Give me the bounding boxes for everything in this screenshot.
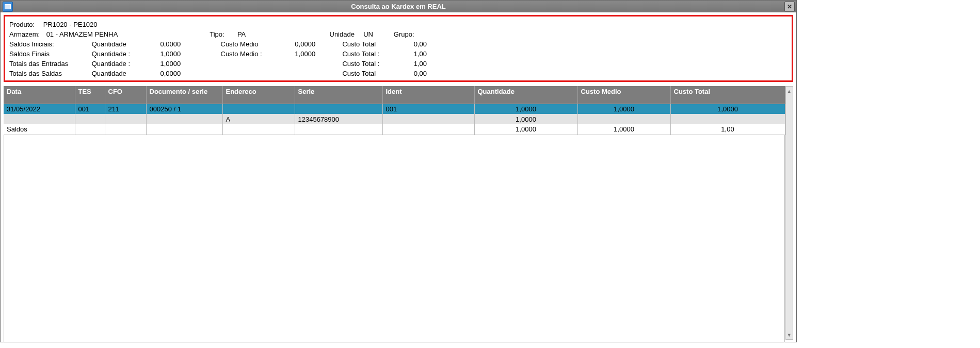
col-header-cm[interactable]: Custo Medio [577, 86, 670, 104]
cell-doc [146, 124, 222, 135]
summary-row-produto: Produto: PR1020 - PE1020 [9, 20, 788, 29]
col-header-tes[interactable]: TES [75, 86, 105, 104]
entradas-ct-label: Custo Total : [342, 59, 396, 69]
tipo-value: PA [237, 29, 328, 39]
saidas-label: Totais das Saidas [9, 69, 90, 78]
cell-tes [75, 124, 105, 135]
cell-tes: 001 [75, 104, 105, 114]
finais-label: Saldos Finais [9, 49, 90, 59]
table-row[interactable]: 31/05/2022001211000250 / 10011,00001,000… [4, 104, 785, 114]
finais-qtd: 1,0000 [144, 49, 181, 59]
iniciais-label: Saldos Iniciais: [9, 39, 90, 49]
summary-row-entradas: Totais das Entradas Quantidade : 1,0000 … [9, 59, 788, 69]
vertical-scrollbar[interactable]: ▲ ▼ [785, 86, 794, 340]
cell-tes [75, 114, 105, 124]
cell-end [222, 124, 295, 135]
titlebar[interactable]: Consulta ao Kardex em REAL ✕ [1, 1, 796, 12]
finais-qtd-label: Quantidade : [92, 49, 143, 59]
window-title: Consulta ao Kardex em REAL [351, 3, 446, 10]
col-header-cfo[interactable]: CFO [105, 86, 146, 104]
kardex-grid[interactable]: Data TES CFO Documento / serie Endereco … [4, 86, 785, 135]
table-row[interactable]: A123456789001,0000 [4, 114, 785, 124]
cell-qtd: 1,0000 [474, 114, 577, 124]
col-header-data[interactable]: Data [4, 86, 75, 104]
armazem-value: 01 - ARMAZEM PENHA [46, 29, 208, 39]
iniciais-ct-label: Custo Total [342, 39, 396, 49]
cell-ct: 1,00 [670, 124, 785, 135]
entradas-qtd-label: Quantidade : [92, 59, 143, 69]
cell-serie: 12345678900 [295, 114, 382, 124]
col-header-end[interactable]: Endereco [222, 86, 295, 104]
cell-doc [146, 114, 222, 124]
cell-serie [295, 124, 382, 135]
tipo-label: Tipo: [210, 29, 235, 39]
iniciais-qtd: 0,0000 [144, 39, 181, 49]
cell-end [222, 104, 295, 114]
iniciais-ct: 0,00 [398, 39, 427, 49]
cell-ident: 001 [382, 104, 474, 114]
cell-data [4, 114, 75, 124]
finais-ct: 1,00 [398, 49, 427, 59]
col-header-qtd[interactable]: Quantidade [474, 86, 577, 104]
finais-cm: 1,0000 [284, 49, 315, 59]
iniciais-qtd-label: Quantidade [92, 39, 143, 49]
col-header-ct[interactable]: Custo Total [670, 86, 785, 104]
unidade-label: Unidade [330, 29, 362, 39]
kardex-grid-container: Data TES CFO Documento / serie Endereco … [4, 86, 785, 339]
entradas-qtd: 1,0000 [144, 59, 181, 69]
cell-data: Saldos [4, 124, 75, 135]
summary-row-finais: Saldos Finais Quantidade : 1,0000 Custo … [9, 49, 788, 59]
cell-ct: 1,0000 [670, 104, 785, 114]
summary-row-armazem: Armazem: 01 - ARMAZEM PENHA Tipo: PA Uni… [9, 29, 788, 39]
cell-ct [670, 114, 785, 124]
scroll-up-icon[interactable]: ▲ [786, 87, 793, 95]
cell-ident [382, 114, 474, 124]
close-icon: ✕ [787, 3, 792, 10]
cell-cm: 1,0000 [577, 104, 670, 114]
cell-qtd: 1,0000 [474, 104, 577, 114]
summary-row-iniciais: Saldos Iniciais: Quantidade 0,0000 Custo… [9, 39, 788, 49]
saidas-qtd-label: Quantidade [92, 69, 143, 78]
cell-cfo [105, 124, 146, 135]
col-header-serie[interactable]: Serie [295, 86, 382, 104]
saidas-ct-label: Custo Total [342, 69, 396, 78]
iniciais-cm-label: Custo Medio [221, 39, 283, 49]
summary-panel: Produto: PR1020 - PE1020 Armazem: 01 - A… [4, 15, 793, 82]
cell-end: A [222, 114, 295, 124]
close-button[interactable]: ✕ [784, 2, 795, 12]
scroll-down-icon[interactable]: ▼ [786, 330, 793, 339]
cell-cfo [105, 114, 146, 124]
grid-header-row: Data TES CFO Documento / serie Endereco … [4, 86, 785, 104]
finais-ct-label: Custo Total : [342, 49, 396, 59]
entradas-ct: 1,00 [398, 59, 427, 69]
unidade-value: UN [363, 29, 392, 39]
kardex-grid-wrap: Data TES CFO Documento / serie Endereco … [4, 86, 793, 339]
finais-cm-label: Custo Medio : [221, 49, 283, 59]
cell-qtd: 1,0000 [474, 124, 577, 135]
entradas-label: Totais das Entradas [9, 59, 90, 69]
saidas-ct: 0,00 [398, 69, 427, 78]
cell-cm [577, 114, 670, 124]
cell-cfo: 211 [105, 104, 146, 114]
cell-doc: 000250 / 1 [146, 104, 222, 114]
grupo-label: Grupo: [394, 29, 425, 39]
summary-row-saidas: Totais das Saidas Quantidade 0,0000 Cust… [9, 69, 788, 78]
iniciais-cm: 0,0000 [284, 39, 315, 49]
cell-data: 31/05/2022 [4, 104, 75, 114]
cell-serie [295, 104, 382, 114]
col-header-doc[interactable]: Documento / serie [146, 86, 222, 104]
grid-empty-area [4, 135, 785, 343]
produto-value: PR1020 - PE1020 [43, 20, 98, 29]
cell-cm: 1,0000 [577, 124, 670, 135]
col-header-ident[interactable]: Ident [382, 86, 474, 104]
table-row[interactable]: Saldos1,00001,00001,00 [4, 124, 785, 135]
armazem-label: Armazem: [9, 29, 44, 39]
app-icon [3, 2, 13, 12]
kardex-window: Consulta ao Kardex em REAL ✕ Produto: PR… [0, 0, 797, 342]
saidas-qtd: 0,0000 [144, 69, 181, 78]
produto-label: Produto: [9, 20, 41, 29]
cell-ident [382, 124, 474, 135]
